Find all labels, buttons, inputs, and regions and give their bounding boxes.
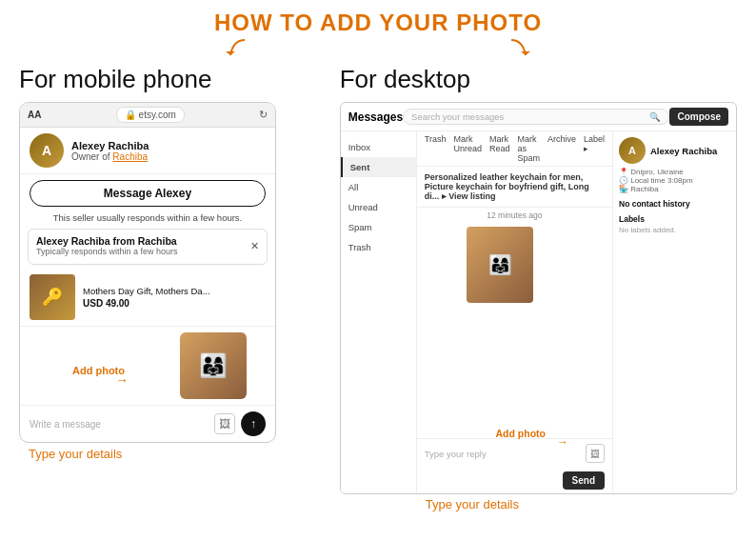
- product-image: 🔑: [30, 274, 75, 320]
- sidebar-item-all[interactable]: All: [341, 177, 416, 197]
- svg-marker-1: [521, 51, 530, 55]
- sidebar-item-inbox[interactable]: Inbox: [341, 137, 416, 157]
- desktop-mockup: Messages Search your messages🔍 Compose I…: [340, 102, 737, 494]
- product-name: Mothers Day Gift, Mothers Da...: [83, 286, 266, 296]
- mobile-profile: A Alexey Rachiba Owner of Rachiba: [20, 128, 275, 174]
- desktop-profile-time: 🕒 Local time 3:08pm: [619, 176, 730, 185]
- desktop-labels-label: Labels: [619, 214, 730, 224]
- desktop-add-photo-label: Add photo: [496, 428, 546, 439]
- action-mark-unread[interactable]: Mark Unread: [453, 134, 482, 163]
- desktop-avatar: A: [619, 137, 646, 164]
- desktop-profile-text: Alexey Rachiba: [650, 146, 717, 156]
- desktop-chat-photo: 👨‍👩‍👧: [467, 227, 533, 303]
- mobile-product-row: 🔑 Mothers Day Gift, Mothers Da... USD 49…: [20, 269, 275, 327]
- desktop-no-contact: No contact history: [619, 199, 730, 209]
- desktop-right-panel: A Alexey Rachiba 📍 Dnipro, Ukraine 🕒 Loc…: [612, 131, 736, 493]
- mobile-chat-header-top: Alexey Rachiba from Rachiba Typically re…: [36, 235, 259, 256]
- mobile-type-details-label: Type your details: [19, 447, 321, 461]
- desktop-profile-location: 📍 Dnipro, Ukraine: [619, 168, 730, 176]
- mobile-add-photo-arrow-icon: →: [115, 372, 129, 388]
- desktop-right-profile: A Alexey Rachiba: [619, 137, 730, 164]
- desktop-main: Trash Mark Unread Mark Read Mark as Spam…: [417, 131, 612, 493]
- svg-marker-0: [226, 51, 235, 55]
- mobile-mockup: AA 🔒 etsy.com ↻ A Alexey Rachiba Owner o…: [19, 102, 276, 443]
- sidebar-item-sent[interactable]: Sent: [341, 157, 416, 177]
- product-price: USD 49.00: [83, 298, 266, 309]
- desktop-section-title: For desktop: [340, 65, 737, 94]
- action-trash[interactable]: Trash: [425, 134, 447, 163]
- mobile-column: For mobile phone AA 🔒 etsy.com ↻ A Alexe…: [19, 65, 321, 461]
- main-container: HOW TO ADD YOUR PHOTO For mobile phone A…: [0, 0, 756, 541]
- url-bar-url: 🔒 etsy.com: [116, 107, 185, 123]
- sidebar-item-unread[interactable]: Unread: [341, 197, 416, 217]
- messages-label: Messages: [348, 110, 403, 124]
- mobile-input-area: Write a message 🖼 ↑: [20, 405, 275, 442]
- desktop-type-details-label: Type your details: [340, 497, 737, 511]
- mobile-avatar: A: [30, 133, 64, 168]
- mobile-shop-link[interactable]: Rachiba: [112, 151, 148, 162]
- chat-header-name: Alexey Rachiba from Rachiba: [36, 235, 178, 247]
- desktop-search-input[interactable]: Search your messages🔍: [403, 109, 669, 125]
- mobile-input-placeholder[interactable]: Write a message: [30, 419, 209, 430]
- main-title: HOW TO ADD YOUR PHOTO: [19, 10, 737, 36]
- desktop-attach-icon[interactable]: 🖼: [586, 444, 605, 463]
- action-label[interactable]: Label ▸: [584, 134, 605, 163]
- desktop-no-labels: No labels added.: [619, 226, 730, 234]
- desktop-profile-name: Alexey Rachiba: [650, 146, 717, 156]
- arrow-left-icon: [226, 38, 264, 59]
- action-mark-read[interactable]: Mark Read: [489, 134, 510, 163]
- header-arrows: [19, 38, 737, 59]
- desktop-photo-container: 👨‍👩‍👧: [417, 223, 612, 307]
- mobile-message-button[interactable]: Message Alexey: [30, 180, 266, 207]
- lock-icon: 🔒: [125, 110, 136, 120]
- mobile-profile-sub: Owner of Rachiba: [71, 151, 266, 162]
- columns: For mobile phone AA 🔒 etsy.com ↻ A Alexe…: [19, 65, 737, 511]
- desktop-reply-area: Type your reply 🖼 Add photo →: [417, 438, 612, 468]
- mobile-profile-info: Alexey Rachiba Owner of Rachiba: [71, 140, 266, 162]
- desktop-profile-shop: 🏪 Rachiba: [619, 185, 730, 193]
- product-info: Mothers Day Gift, Mothers Da... USD 49.0…: [83, 286, 266, 309]
- sidebar-item-trash[interactable]: Trash: [341, 237, 416, 257]
- mobile-chat-header: Alexey Rachiba from Rachiba Typically re…: [28, 229, 268, 265]
- url-bar-aa: AA: [28, 110, 41, 120]
- sidebar-item-spam[interactable]: Spam: [341, 217, 416, 237]
- desktop-sidebar: Inbox Sent All Unread Spam Trash: [341, 131, 417, 493]
- refresh-icon: ↻: [259, 109, 268, 121]
- arrow-right-icon: [492, 38, 530, 59]
- mobile-uploaded-photo: 👨‍👩‍👧: [180, 332, 247, 399]
- desktop-message-title: Personalized leather keychain for men, P…: [425, 172, 605, 201]
- desktop-top-bar: Messages Search your messages🔍 Compose: [341, 103, 736, 131]
- action-mark-spam[interactable]: Mark as Spam: [517, 134, 540, 163]
- mobile-chat-header-left: Alexey Rachiba from Rachiba Typically re…: [36, 235, 178, 256]
- desktop-add-photo-arrow-icon: →: [557, 435, 568, 449]
- mobile-section-title: For mobile phone: [19, 65, 321, 94]
- desktop-message-item[interactable]: Personalized leather keychain for men, P…: [417, 167, 612, 208]
- desktop-column: For desktop Messages Search your message…: [340, 65, 737, 511]
- desktop-reply-input[interactable]: Type your reply: [425, 449, 582, 459]
- desktop-send-button[interactable]: Send: [563, 471, 605, 490]
- compose-button[interactable]: Compose: [669, 108, 728, 126]
- mobile-photo-area: 👨‍👩‍👧 Add photo →: [20, 327, 275, 405]
- close-icon[interactable]: ✕: [250, 240, 259, 252]
- action-archive[interactable]: Archive: [547, 134, 576, 163]
- mobile-profile-name: Alexey Rachiba: [71, 140, 266, 151]
- chat-header-sub: Typically responds within a few hours: [36, 247, 178, 256]
- mobile-url-bar: AA 🔒 etsy.com ↻: [20, 103, 275, 128]
- header: HOW TO ADD YOUR PHOTO: [19, 10, 737, 59]
- desktop-actions-bar: Trash Mark Unread Mark Read Mark as Spam…: [417, 131, 612, 167]
- mobile-send-button[interactable]: ↑: [241, 411, 266, 436]
- desktop-layout: Inbox Sent All Unread Spam Trash Trash M…: [341, 131, 736, 493]
- desktop-message-time: 12 minutes ago: [417, 210, 612, 220]
- mobile-attach-icon[interactable]: 🖼: [214, 413, 235, 434]
- mobile-responds-text: This seller usually responds within a fe…: [30, 212, 266, 223]
